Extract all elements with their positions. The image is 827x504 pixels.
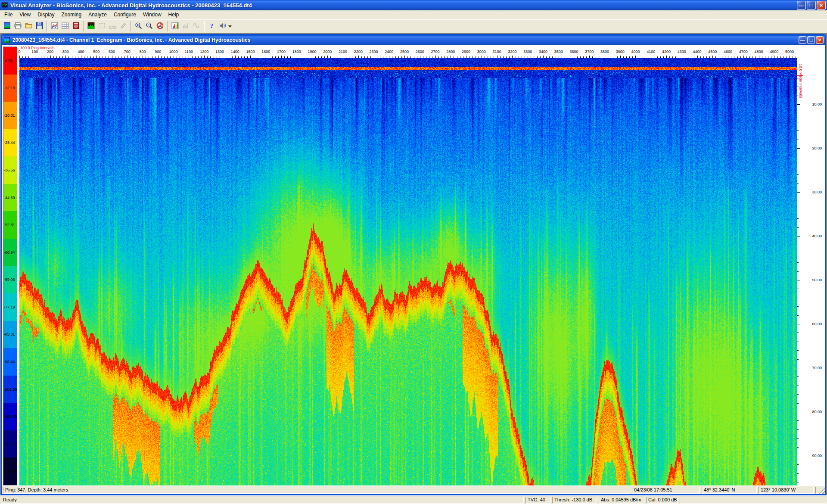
ping-tick-label: 1700: [277, 50, 286, 54]
depth-axis: 10.0 Meter Intervals 10.0020.0030.0040.0…: [797, 58, 825, 485]
color-scale-entry: -44.69: [3, 184, 17, 212]
pencil-icon: [120, 22, 127, 31]
depth-tick-mark: [797, 96, 799, 96]
menu-file[interactable]: File: [1, 11, 16, 19]
color-scale-entry: -52.81: [3, 211, 17, 239]
status-threshold: Thresh: -130.0 dB: [552, 497, 597, 504]
depth-tick-mark: [797, 131, 799, 131]
zoom-out-button[interactable]: [144, 21, 155, 32]
depth-tick-label: 60.00: [812, 322, 822, 326]
report-icon: [72, 22, 80, 31]
ping-tick-label: 1500: [246, 50, 255, 54]
echogram-window-button[interactable]: [2, 21, 12, 32]
toolbar: ?: [0, 19, 827, 33]
document-icon: [3, 37, 10, 44]
svg-text:?: ?: [210, 22, 213, 29]
data-grid-button[interactable]: [60, 21, 71, 32]
color-scale-label: -52.81: [4, 223, 15, 227]
ping-tick-label: 1400: [231, 50, 239, 54]
child-maximize-button[interactable]: □: [807, 36, 815, 44]
print-button[interactable]: [12, 21, 23, 32]
depth-tick-mark: [797, 429, 799, 430]
depth-tick-label: 10.00: [812, 102, 822, 106]
ping-tick-label: 3000: [477, 50, 486, 54]
ping-tick-label: 900: [155, 50, 161, 54]
status-bar: Ready TVG: 40 Thresh: -130.0 dB Abs: 0.0…: [0, 495, 827, 504]
ping-tick-label: 0: [18, 50, 20, 54]
ping-tick-label: 700: [124, 50, 131, 54]
echogram-canvas[interactable]: [19, 58, 797, 485]
ping-tick-label: 2000: [323, 50, 332, 54]
color-scale-label: -36.56: [4, 168, 15, 172]
depth-tick-label: 70.00: [812, 366, 822, 370]
toolbar-separator: [47, 21, 47, 31]
ping-tick-label: 3100: [493, 50, 501, 54]
ping-tick-label: 3500: [554, 50, 563, 54]
report-button[interactable]: [71, 21, 81, 32]
status-ping-depth: Ping: 347, Depth: 3.44 meters: [3, 487, 630, 494]
ping-tick-label: 2900: [462, 50, 470, 54]
menu-analyze[interactable]: Analyze: [85, 11, 110, 19]
color-scale-entry: -125.94: [3, 457, 17, 485]
echogram-window: 20080423_164554.dt4 - Channel 1 Echogram…: [1, 34, 826, 495]
color-scale-entry: -85.31: [3, 321, 17, 348]
menu-view[interactable]: View: [16, 11, 34, 19]
ping-tick-label: 2400: [385, 50, 393, 54]
depth-tick-mark: [797, 140, 799, 140]
maximize-button[interactable]: □: [807, 1, 816, 10]
ping-tick-label: 4200: [662, 50, 671, 54]
minimize-button[interactable]: —: [797, 1, 806, 10]
ping-tick-label: 600: [109, 50, 115, 54]
equalizer-button: [180, 21, 191, 32]
ping-tick-label: 4900: [770, 50, 778, 54]
ping-tick-label: 4600: [724, 50, 732, 54]
menu-help[interactable]: Help: [165, 11, 183, 19]
color-scale-label: -101.56: [4, 387, 17, 392]
ping-tick-label: 2800: [446, 50, 455, 54]
ping-tick-label: 2300: [370, 50, 378, 54]
sonar-settings-button[interactable]: [217, 21, 228, 32]
window-title: Visual Analyzer - BioSonics, Inc. - Adva…: [10, 2, 797, 9]
open-file-button[interactable]: [23, 21, 34, 32]
zoom-in-button[interactable]: [133, 21, 144, 32]
depth-tick-mark: [797, 333, 799, 333]
depth-tick-mark: [797, 148, 800, 149]
depth-tick-mark: [797, 342, 799, 342]
menu-configure[interactable]: Configure: [110, 11, 140, 19]
ping-cursor-marker: [73, 46, 73, 58]
save-button[interactable]: [34, 21, 45, 32]
depth-tick-mark: [797, 210, 799, 210]
depth-tick-mark: [797, 227, 799, 228]
grid-icon: [62, 22, 69, 31]
ping-tick-label: 300: [62, 50, 69, 54]
color-scale-entry: -69.06: [3, 266, 17, 294]
close-button[interactable]: ×: [817, 1, 826, 10]
menu-window[interactable]: Window: [140, 11, 165, 19]
menu-zooming[interactable]: Zooming: [58, 11, 85, 19]
depth-tick-label: 90.00: [812, 454, 822, 458]
line-chart-button[interactable]: [49, 21, 60, 32]
echo-view-button[interactable]: [86, 21, 96, 32]
ping-axis: 100.0 Ping Intervals 0100200300400500600…: [19, 46, 797, 58]
ping-tick-label: 2500: [400, 50, 409, 54]
dropdown-arrow-icon[interactable]: [228, 25, 232, 28]
status-longitude: 123° 10.0830' W: [759, 487, 814, 494]
color-scale-label: -109.69: [4, 414, 17, 419]
child-close-button[interactable]: ×: [816, 36, 824, 44]
color-scale-entry: -12.19: [3, 75, 17, 102]
ping-tick-label: 500: [93, 50, 99, 54]
ping-tick-label: 4000: [631, 50, 640, 54]
help-button[interactable]: ?: [206, 21, 217, 32]
ping-tick-label: 4500: [708, 50, 717, 54]
menu-display[interactable]: Display: [34, 11, 58, 19]
color-scale-label: -93.44: [4, 360, 15, 364]
color-scale-entry: -60.94: [3, 239, 17, 266]
child-minimize-button[interactable]: —: [799, 36, 806, 44]
ping-tick-label: 4700: [739, 50, 748, 54]
zoom-reset-button[interactable]: [155, 21, 165, 32]
histogram-button[interactable]: [170, 21, 180, 32]
ping-tick-label: 4300: [678, 50, 686, 54]
depth-tick-mark: [797, 236, 800, 236]
depth-tick-mark: [797, 280, 800, 280]
depth-tick-mark: [797, 456, 800, 456]
